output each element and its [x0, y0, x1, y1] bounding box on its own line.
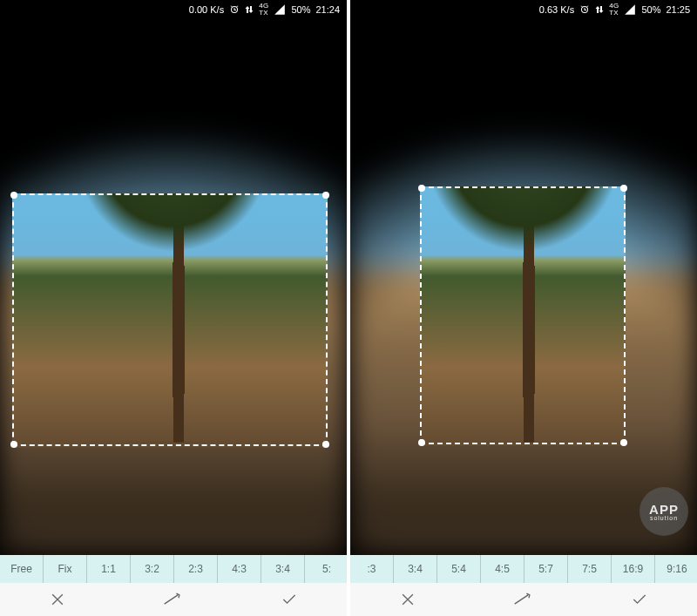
ratio-option[interactable]: 2:3 — [174, 555, 218, 583]
data-transfer-icon — [595, 4, 604, 15]
aspect-ratio-strip[interactable]: :33:45:44:55:77:516:99:16 — [350, 555, 697, 583]
ratio-option[interactable]: 4:3 — [218, 555, 261, 583]
ratio-option[interactable]: 3:4 — [261, 555, 305, 583]
ratio-option[interactable]: 3:4 — [394, 555, 437, 583]
crop-rectangle[interactable] — [420, 186, 626, 444]
signal-icon — [624, 4, 636, 15]
clock: 21:25 — [666, 4, 690, 15]
ratio-option[interactable]: 5:7 — [524, 555, 568, 583]
crop-handle-tl[interactable] — [10, 192, 17, 199]
phone-right: 0.63 K/s 4G TX 50% 21:25 — [350, 0, 697, 616]
network-mode: 4G TX — [259, 3, 268, 17]
crop-canvas[interactable] — [350, 19, 697, 555]
network-mode: 4G TX — [609, 3, 619, 17]
crop-canvas[interactable] — [0, 19, 347, 555]
crop-handle-bl[interactable] — [418, 439, 425, 446]
cancel-button[interactable] — [0, 583, 116, 616]
net-speed: 0.63 K/s — [539, 4, 574, 15]
ratio-option[interactable]: 5:4 — [437, 555, 481, 583]
clock: 21:24 — [315, 4, 340, 15]
confirm-button[interactable] — [231, 583, 347, 616]
battery-percent: 50% — [291, 4, 310, 15]
cancel-button[interactable] — [350, 583, 466, 616]
alarm-icon — [229, 4, 240, 15]
aspect-ratio-strip[interactable]: FreeFix1:13:22:34:33:45: — [0, 555, 347, 583]
signal-icon — [274, 4, 286, 15]
ratio-option[interactable]: 3:2 — [131, 555, 174, 583]
alarm-icon — [579, 4, 590, 15]
ratio-option[interactable]: :3 — [350, 555, 394, 583]
crop-handle-br[interactable] — [620, 439, 627, 446]
crop-handle-tr[interactable] — [322, 192, 329, 199]
ratio-option[interactable]: 1:1 — [87, 555, 131, 583]
crop-handle-br[interactable] — [322, 441, 329, 448]
ratio-option[interactable]: Free — [0, 555, 44, 583]
crop-handle-tr[interactable] — [620, 185, 627, 192]
ratio-option[interactable]: 7:5 — [568, 555, 612, 583]
crop-handle-bl[interactable] — [10, 441, 17, 448]
ratio-option[interactable]: 9:16 — [655, 555, 697, 583]
data-transfer-icon — [245, 4, 254, 15]
ratio-option[interactable]: 4:5 — [481, 555, 524, 583]
battery-percent: 50% — [641, 4, 660, 15]
ratio-option[interactable]: 5: — [305, 555, 347, 583]
net-speed: 0.00 K/s — [189, 4, 224, 15]
straighten-button[interactable] — [466, 583, 582, 616]
ratio-option[interactable]: Fix — [44, 555, 87, 583]
confirm-button[interactable] — [581, 583, 697, 616]
status-bar: 0.63 K/s 4G TX 50% 21:25 — [350, 0, 697, 19]
action-bar — [350, 583, 697, 616]
ratio-option[interactable]: 16:9 — [612, 555, 655, 583]
action-bar — [0, 583, 347, 616]
straighten-button[interactable] — [116, 583, 232, 616]
status-bar: 0.00 K/s 4G TX 50% 21:24 — [0, 0, 347, 19]
crop-handle-tl[interactable] — [418, 185, 425, 192]
crop-rectangle[interactable] — [12, 193, 328, 446]
phone-left: 0.00 K/s 4G TX 50% 21:24 — [0, 0, 347, 616]
